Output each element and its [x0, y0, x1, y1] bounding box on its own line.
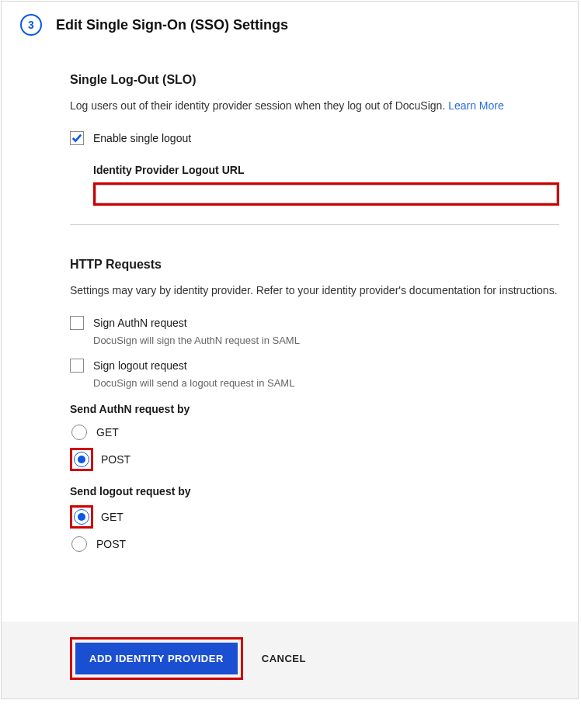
logout-post-wrap: [70, 535, 89, 553]
panel-title: Edit Single Sign-On (SSO) Settings: [56, 17, 288, 33]
authn-get-radio[interactable]: [71, 425, 87, 440]
logout-url-label: Identity Provider Logout URL: [93, 164, 559, 176]
cancel-button[interactable]: CANCEL: [262, 653, 306, 664]
authn-get-wrap: [70, 423, 89, 442]
sign-authn-checkbox[interactable]: [70, 316, 84, 330]
slo-description: Log users out of their identity provider…: [70, 98, 559, 114]
add-identity-provider-button[interactable]: ADD IDENTITY PROVIDER: [75, 643, 238, 674]
sign-authn-sub: DocuSign will sign the AuthN request in …: [93, 335, 559, 346]
enable-slo-label: Enable single logout: [93, 132, 191, 144]
authn-post-row: POST: [70, 448, 559, 471]
send-authn-heading: Send AuthN request by: [70, 403, 559, 415]
sign-logout-sub: DocuSign will send a logout request in S…: [93, 377, 559, 389]
slo-heading: Single Log-Out (SLO): [70, 73, 559, 87]
sign-logout-checkbox[interactable]: [70, 359, 84, 373]
logout-url-field: Identity Provider Logout URL: [93, 164, 559, 206]
logout-url-input[interactable]: [96, 185, 557, 203]
panel-footer: ADD IDENTITY PROVIDER CANCEL: [2, 622, 578, 699]
logout-get-row: GET: [70, 505, 559, 529]
logout-url-highlight: [93, 182, 559, 206]
authn-get-label: GET: [96, 426, 119, 439]
sso-settings-panel: 3 Edit Single Sign-On (SSO) Settings Sin…: [1, 1, 579, 699]
step-indicator: 3: [20, 14, 42, 36]
check-icon: [71, 133, 82, 144]
authn-post-highlight: [70, 448, 93, 471]
logout-post-radio[interactable]: [71, 536, 87, 552]
panel-content: Single Log-Out (SLO) Log users out of th…: [2, 42, 578, 572]
authn-post-radio[interactable]: [74, 452, 89, 467]
sign-logout-label: Sign logout request: [93, 359, 187, 372]
authn-post-label: POST: [101, 453, 130, 466]
learn-more-link[interactable]: Learn More: [448, 99, 504, 112]
send-logout-heading: Send logout request by: [70, 485, 559, 497]
add-provider-highlight: ADD IDENTITY PROVIDER: [70, 637, 243, 680]
section-divider: [70, 224, 559, 225]
http-description: Settings may vary by identity provider. …: [70, 283, 559, 299]
sign-logout-row: Sign logout request: [70, 359, 559, 373]
http-heading: HTTP Requests: [70, 258, 559, 272]
enable-slo-checkbox[interactable]: [70, 131, 84, 145]
sign-authn-row: Sign AuthN request: [70, 316, 559, 330]
logout-get-highlight: [70, 505, 93, 529]
enable-slo-row: Enable single logout: [70, 131, 559, 145]
sign-authn-label: Sign AuthN request: [93, 317, 187, 329]
logout-post-label: POST: [96, 538, 126, 550]
logout-get-radio[interactable]: [74, 509, 89, 525]
panel-header: 3 Edit Single Sign-On (SSO) Settings: [2, 2, 578, 42]
slo-desc-text: Log users out of their identity provider…: [70, 99, 448, 112]
logout-post-row: POST: [70, 535, 559, 553]
logout-get-label: GET: [101, 511, 124, 523]
authn-get-row: GET: [70, 423, 559, 442]
